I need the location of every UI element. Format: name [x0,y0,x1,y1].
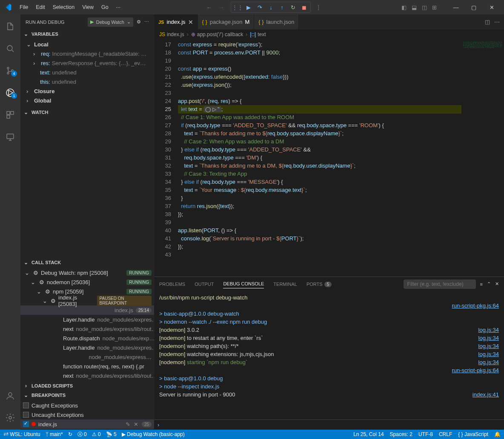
editor-body[interactable]: 171819202122232425▶262728293031323334353… [154,40,504,277]
tab-close-icon[interactable]: ✕ [188,19,193,26]
minimap[interactable]: const express require express const PORT… [461,40,504,277]
var-row[interactable]: ›req: IncomingMessage {_readableState: … [20,49,154,58]
var-row[interactable]: this: undefined [20,77,154,86]
scope-closure[interactable]: ›Closure [20,86,154,96]
panel-tab-ports[interactable]: PORTS5 [306,280,332,288]
menu-go[interactable]: Go [98,3,112,12]
debug-step-into-icon[interactable]: ↓ [267,3,275,11]
more-icon[interactable]: ⋯ [494,19,500,25]
activity-remote-icon[interactable] [0,128,20,145]
menu-view[interactable]: View [79,3,97,12]
gear-icon[interactable]: ⚙ [137,19,141,25]
activity-extensions-icon[interactable] [0,106,20,123]
launch-config-selector[interactable]: ▶ Debug Watch ⌄ [88,17,133,27]
menu-file[interactable]: File [16,3,32,12]
window-minimize-button[interactable]: — [447,0,465,14]
activity-account-icon[interactable] [0,387,20,404]
console-source-link[interactable]: run-script-pkg.js:64 [452,302,499,310]
activity-scm-icon[interactable]: 4 [0,62,20,79]
console-source-link[interactable]: index.js:41 [472,391,499,399]
status-radio[interactable]: 📡 5 [106,431,117,437]
console-filter-input[interactable] [404,279,476,289]
console-source-link[interactable]: log.js:34 [478,358,499,366]
stack-frame[interactable]: nextnode_modules/express/lib/rout… [20,371,154,380]
section-loaded-scripts[interactable]: ›LOADED SCRIPTS [20,381,154,391]
var-row[interactable]: text: undefined [20,68,154,77]
status-sync[interactable]: ↻ [68,431,72,437]
console-source-link[interactable]: log.js:34 [478,342,499,350]
var-row[interactable]: ›res: ServerResponse {_events: {…}, _ev… [20,58,154,68]
stack-frame[interactable]: Route.dispatchnode_modules/exp… [20,334,154,343]
chevron-up-icon[interactable]: ⌃ [487,281,491,287]
status-item[interactable]: Spaces: 2 [390,431,412,437]
console-source-link[interactable]: run-script-pkg.js:64 [452,366,499,374]
panel-close-icon[interactable]: ✕ [495,281,499,287]
debug-console[interactable]: /usr/bin/npm run-script debug-watchrun-s… [154,291,504,419]
menu-···[interactable]: ··· [113,3,124,12]
stack-frame[interactable]: Layer.handlenode_modules/expres… [20,315,154,324]
section-callstack[interactable]: ⌄CALL STACK [20,258,154,267]
panel-tab-debug-console[interactable]: DEBUG CONSOLE [223,279,264,288]
console-source-link[interactable]: log.js:34 [478,350,499,358]
breadcrumbs[interactable]: JS index.js › ⊕ app.post('/') callback ›… [154,29,504,40]
stack-frame[interactable]: Layer.handlenode_modules/expres… [20,343,154,352]
debug-step-out-icon[interactable]: ↑ [278,3,286,11]
status-error[interactable]: ⓧ 0 [77,431,87,438]
tab-index.js[interactable]: JSindex.js✕ [154,14,198,29]
stack-frame[interactable]: node_modules/express… [20,352,154,362]
status-remote[interactable]: ⮂ WSL: Ubuntu [3,431,40,437]
breakpoint-file[interactable]: index.js✎✕25 [20,419,154,429]
panel-tab-terminal[interactable]: TERMINAL [273,280,297,288]
stack-frame[interactable]: nextnode_modules/express/lib/rout… [20,324,154,334]
section-variables[interactable]: ⌄VARIABLES [20,29,154,39]
console-source-link[interactable]: log.js:34 [478,326,499,334]
activity-settings-icon[interactable] [0,409,20,426]
breakpoint-toggle[interactable]: Caught Exceptions [20,401,154,410]
panel-tab-output[interactable]: OUTPUT [195,280,214,288]
section-breakpoints[interactable]: ⌄BREAKPOINTS [20,391,154,400]
scope-local[interactable]: ⌄Local [20,40,154,49]
notifications-icon[interactable]: 🔔 [494,431,501,437]
status-item[interactable]: CRLF [439,431,452,437]
debug-drag-icon[interactable]: ⋮⋮ [234,3,241,11]
nav-fwd-icon[interactable]: → [218,4,224,11]
nav-back-icon[interactable]: ← [206,4,212,11]
callstack-node[interactable]: ⌄⚙Debug Watch: npm [25008]RUNNING [20,268,154,277]
tab-package.json[interactable]: { }package.jsonM [198,14,255,29]
layout-grid-icon[interactable]: ⊞ [432,4,437,11]
layout-panel-icon[interactable]: ⬓ [412,4,417,11]
debug-continue-icon[interactable]: ▶ [245,3,252,11]
tab-launch.json[interactable]: { }launch.json [254,14,299,29]
callstack-node[interactable]: ⌄⚙index.js [25083]PAUSED ON BREAKPOINT [20,296,154,305]
window-close-button[interactable]: ✕ [483,0,501,14]
svg-rect-8 [7,134,14,139]
callstack-node[interactable]: ⌄⚙nodemon [25036]RUNNING [20,277,154,287]
menu-selection[interactable]: Selection [49,3,78,12]
status-item[interactable]: { } JavaScript [458,431,488,437]
panel-tab-problems[interactable]: PROBLEMS [159,280,185,288]
layout-split-icon[interactable]: ◫ [422,4,427,11]
status-warning[interactable]: ⚠ 0 [92,431,101,437]
section-watch[interactable]: ⌄WATCH [20,108,154,117]
breakpoint-toggle[interactable]: Uncaught Exceptions [20,410,154,419]
activity-explorer-icon[interactable] [0,18,20,35]
split-editor-icon[interactable]: ◫ [485,19,490,25]
status-debug[interactable]: ▶ Debug Watch (basic-app) [122,431,185,437]
activity-search-icon[interactable] [0,40,20,57]
debug-restart-icon[interactable]: ↻ [289,3,297,11]
window-maximize-button[interactable]: ▢ [465,0,483,14]
stack-frame[interactable]: function router(req, res, next) {.pr [20,362,154,371]
debug-step-over-icon[interactable]: ↷ [256,3,263,11]
layout-side-icon[interactable]: ◧ [401,4,407,11]
console-source-link[interactable]: log.js:34 [478,334,499,342]
filter-options-icon[interactable]: ≡ [480,282,483,287]
activity-debug-icon[interactable]: 1 [0,84,20,101]
debug-console-input[interactable]: › [154,419,504,430]
status-item[interactable]: Ln 25, Col 14 [353,431,384,437]
status-item[interactable]: UTF-8 [418,431,433,437]
debug-stop-icon[interactable]: ◼ [300,3,308,11]
status-branch[interactable]: ᛘ main* [46,431,63,437]
more-icon[interactable]: ⋯ [144,19,149,25]
scope-global[interactable]: ›Global [20,96,154,105]
menu-edit[interactable]: Edit [32,3,49,12]
